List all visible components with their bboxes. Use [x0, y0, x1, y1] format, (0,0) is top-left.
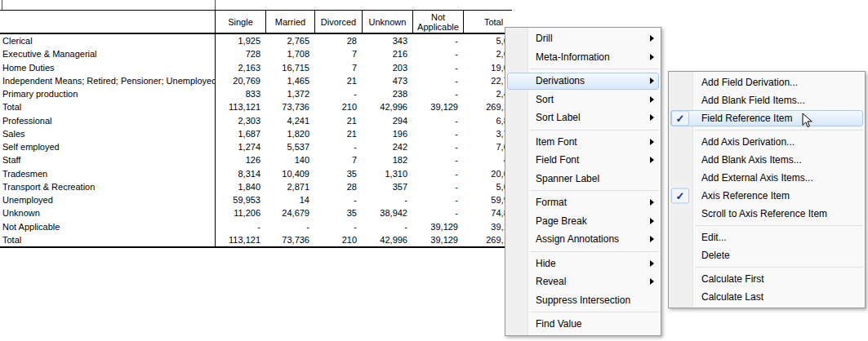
value-cell[interactable]: 140 — [265, 153, 314, 166]
column-header[interactable]: Single — [215, 11, 265, 33]
value-cell[interactable]: - — [412, 180, 463, 193]
context-menu-item-derivations[interactable]: Derivations — [505, 72, 661, 91]
value-cell[interactable]: 1,372 — [265, 87, 314, 100]
value-cell[interactable]: 343 — [362, 34, 412, 47]
submenu-item-add-blank-axis-items[interactable]: Add Blank Axis Items... — [669, 151, 865, 169]
context-menu-item-sort-label[interactable]: Sort Label — [505, 108, 661, 127]
value-cell[interactable]: 203 — [362, 61, 412, 74]
context-menu-item-hide[interactable]: Hide — [505, 255, 661, 273]
value-cell[interactable]: 1,708 — [265, 47, 314, 60]
row-label[interactable]: Sales — [0, 127, 215, 140]
value-cell[interactable]: 21 — [314, 74, 362, 87]
value-cell[interactable]: - — [412, 153, 463, 166]
value-cell[interactable]: 2,765 — [265, 34, 314, 47]
submenu-item-add-external-axis-items[interactable]: Add External Axis Items... — [669, 169, 865, 187]
context-menu-item-drill[interactable]: Drill — [505, 29, 661, 48]
value-cell[interactable]: 2,871 — [265, 180, 314, 193]
value-cell[interactable]: 5,537 — [265, 140, 314, 153]
submenu-item-scroll-to-axis-reference-item[interactable]: Scroll to Axis Reference Item — [669, 205, 865, 223]
value-cell[interactable]: - — [412, 34, 463, 47]
value-cell[interactable]: 42,996 — [362, 100, 412, 113]
value-cell[interactable]: - — [412, 127, 463, 140]
submenu-item-axis-reference-item[interactable]: ✓Axis Reference Item — [669, 187, 865, 205]
column-header[interactable]: Not Applicable — [412, 11, 463, 33]
value-cell[interactable]: 833 — [215, 87, 265, 100]
row-label[interactable]: Total — [0, 233, 215, 246]
submenu-item-add-field-derivation[interactable]: Add Field Derivation... — [669, 73, 865, 91]
value-cell[interactable]: 11,206 — [215, 206, 265, 219]
value-cell[interactable]: 113,121 — [215, 233, 265, 246]
value-cell[interactable]: 59,953 — [215, 193, 265, 206]
value-cell[interactable]: 7 — [314, 153, 362, 166]
value-cell[interactable]: 42,996 — [362, 233, 412, 246]
value-cell[interactable]: 1,465 — [265, 74, 314, 87]
row-label[interactable]: Primary production — [0, 87, 215, 100]
column-header[interactable]: Unknown — [362, 11, 412, 33]
value-cell[interactable]: 14 — [265, 193, 314, 206]
submenu-item-edit[interactable]: Edit... — [669, 228, 865, 246]
value-cell[interactable]: - — [314, 220, 362, 233]
context-menu-item-field-font[interactable]: Field Font — [505, 151, 661, 170]
row-label[interactable]: Home Duties — [0, 61, 215, 74]
value-cell[interactable]: 196 — [362, 127, 412, 140]
value-cell[interactable]: 216 — [362, 47, 412, 60]
value-cell[interactable]: - — [412, 114, 463, 127]
row-label[interactable]: Unemployed — [0, 193, 215, 206]
context-menu-item-find-value[interactable]: Find Value — [505, 315, 661, 334]
context-menu-item-reveal[interactable]: Reveal — [505, 272, 661, 291]
value-cell[interactable]: - — [412, 140, 463, 153]
context-menu-item-format[interactable]: Format — [505, 193, 661, 212]
context-menu-item-sort[interactable]: Sort — [505, 91, 661, 109]
row-label[interactable]: Self employed — [0, 140, 215, 153]
column-header[interactable]: Divorced — [314, 11, 362, 33]
value-cell[interactable]: - — [412, 61, 463, 74]
row-label[interactable]: Professional — [0, 114, 215, 127]
value-cell[interactable]: 4,241 — [265, 114, 314, 127]
value-cell[interactable]: 210 — [314, 233, 362, 246]
value-cell[interactable]: - — [265, 220, 314, 233]
row-label[interactable]: Staff — [0, 153, 215, 166]
value-cell[interactable]: 7 — [314, 61, 362, 74]
value-cell[interactable]: 20,769 — [215, 74, 265, 87]
context-menu-item-suppress-intersection[interactable]: Suppress Intersection — [505, 291, 661, 310]
row-label[interactable]: Independent Means; Retired; Pensioner; U… — [0, 74, 215, 87]
value-cell[interactable]: 1,274 — [215, 140, 265, 153]
value-cell[interactable]: 182 — [362, 153, 412, 166]
value-cell[interactable]: 73,736 — [265, 100, 314, 113]
context-menu-item-page-break[interactable]: Page Break — [505, 212, 661, 231]
submenu-item-field-reference-item[interactable]: ✓Field Reference Item — [669, 109, 865, 127]
value-cell[interactable]: 24,679 — [265, 206, 314, 219]
value-cell[interactable]: - — [314, 140, 362, 153]
value-cell[interactable]: 35 — [314, 167, 362, 180]
value-cell[interactable]: 8,314 — [215, 167, 265, 180]
value-cell[interactable]: 473 — [362, 74, 412, 87]
row-label[interactable]: Transport & Recreation — [0, 180, 215, 193]
value-cell[interactable]: 28 — [314, 34, 362, 47]
value-cell[interactable]: - — [412, 206, 463, 219]
value-cell[interactable]: 728 — [215, 47, 265, 60]
value-cell[interactable]: 7 — [314, 47, 362, 60]
value-cell[interactable]: 1,925 — [215, 34, 265, 47]
value-cell[interactable]: 39,129 — [412, 220, 463, 233]
value-cell[interactable]: - — [215, 220, 265, 233]
value-cell[interactable]: 238 — [362, 87, 412, 100]
value-cell[interactable]: 21 — [314, 127, 362, 140]
submenu-item-calculate-last[interactable]: Calculate Last — [669, 288, 865, 306]
context-menu-item-spanner-label[interactable]: Spanner Label — [505, 170, 661, 188]
value-cell[interactable]: 357 — [362, 180, 412, 193]
row-label[interactable]: Executive & Managerial — [0, 47, 215, 60]
value-cell[interactable]: 39,129 — [412, 100, 463, 113]
value-cell[interactable]: 38,942 — [362, 206, 412, 219]
submenu-item-delete[interactable]: Delete — [669, 246, 865, 264]
value-cell[interactable]: - — [362, 220, 412, 233]
row-label[interactable]: Tradesmen — [0, 167, 215, 180]
value-cell[interactable]: - — [412, 167, 463, 180]
value-cell[interactable]: 35 — [314, 206, 362, 219]
row-label[interactable]: Clerical — [0, 34, 215, 47]
value-cell[interactable]: 1,310 — [362, 167, 412, 180]
value-cell[interactable]: 2,163 — [215, 61, 265, 74]
value-cell[interactable]: 28 — [314, 180, 362, 193]
context-menu-item-assign-annotations[interactable]: Assign Annotations — [505, 230, 661, 249]
value-cell[interactable]: - — [412, 47, 463, 60]
value-cell[interactable]: 1,687 — [215, 127, 265, 140]
